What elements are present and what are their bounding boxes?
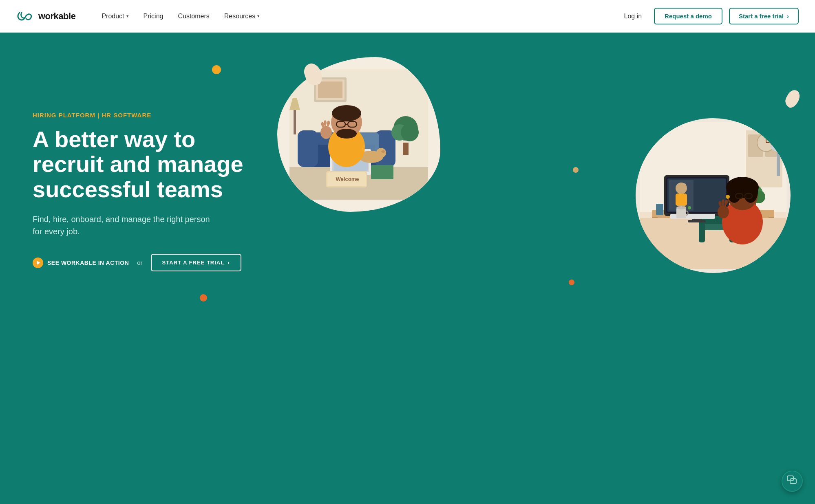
logo-text: workable xyxy=(38,11,75,22)
see-action-button[interactable]: SEE WORKABLE IN ACTION xyxy=(33,258,129,268)
login-link[interactable]: Log in xyxy=(618,9,647,23)
nav-resources[interactable]: Resources ▾ xyxy=(219,9,265,23)
svg-point-73 xyxy=(726,195,730,199)
svg-point-72 xyxy=(743,180,758,203)
illustration-video-call xyxy=(640,122,786,269)
illustration-blob-video xyxy=(636,118,791,273)
trial-chevron-icon: › xyxy=(227,260,230,266)
play-icon xyxy=(33,258,43,268)
svg-point-14 xyxy=(376,148,386,158)
svg-point-15 xyxy=(381,150,385,153)
navigation: workable Product ▾ Pricing Customers Res… xyxy=(0,0,815,33)
hero-subtitle: Find, hire, onboard, and manage the righ… xyxy=(33,213,212,238)
svg-rect-27 xyxy=(371,165,393,179)
svg-rect-28 xyxy=(294,110,296,134)
accent-blob-right xyxy=(783,88,802,110)
start-trial-nav-button[interactable]: Start a free trial › xyxy=(729,8,799,24)
svg-point-19 xyxy=(336,129,357,139)
hero-illustrations: Welcome xyxy=(245,69,799,314)
svg-rect-64 xyxy=(676,194,687,206)
svg-rect-43 xyxy=(777,152,780,176)
dot-orange-bottom xyxy=(200,294,207,302)
svg-point-67 xyxy=(688,206,691,209)
hero-label: HIRING PLATFORM | HR SOFTWARE xyxy=(33,112,245,119)
svg-point-79 xyxy=(676,206,686,209)
svg-rect-33 xyxy=(403,143,409,155)
request-demo-button[interactable]: Request a demo xyxy=(654,8,722,24)
svg-point-18 xyxy=(332,105,361,121)
illustration-blob-home: Welcome xyxy=(277,57,440,212)
cta-or-text: or xyxy=(137,259,142,266)
hero-cta-group: SEE WORKABLE IN ACTION or START A FREE T… xyxy=(33,254,245,271)
svg-point-42 xyxy=(771,142,786,152)
svg-point-32 xyxy=(401,123,419,141)
product-chevron-icon: ▾ xyxy=(126,13,129,19)
dot-yellow-top xyxy=(212,65,221,74)
nav-pricing[interactable]: Pricing xyxy=(138,9,169,23)
illustration-home-worker: Welcome xyxy=(289,69,428,200)
svg-point-23 xyxy=(320,126,332,139)
hero-content: HIRING PLATFORM | HR SOFTWARE A better w… xyxy=(33,112,245,272)
nav-product[interactable]: Product ▾ xyxy=(96,9,134,23)
nav-links: Product ▾ Pricing Customers Resources ▾ xyxy=(96,9,618,23)
hero-section: HIRING PLATFORM | HR SOFTWARE A better w… xyxy=(0,33,815,350)
hero-title: A better way to recruit and manage succe… xyxy=(33,127,245,202)
svg-rect-80 xyxy=(656,204,663,215)
logo-link[interactable]: workable xyxy=(16,10,75,22)
resources-chevron-icon: ▾ xyxy=(257,13,260,19)
svg-text:Welcome: Welcome xyxy=(336,176,359,182)
svg-point-77 xyxy=(718,205,729,218)
svg-rect-3 xyxy=(318,81,342,98)
trial-arrow-icon: › xyxy=(787,13,789,20)
nav-customers[interactable]: Customers xyxy=(172,9,215,23)
svg-rect-59 xyxy=(688,220,706,222)
nav-right: Log in Request a demo Start a free trial… xyxy=(618,8,799,24)
start-trial-hero-button[interactable]: START A FREE TRIAL › xyxy=(151,254,241,271)
svg-point-71 xyxy=(727,180,742,203)
workable-logo-icon xyxy=(16,10,34,22)
